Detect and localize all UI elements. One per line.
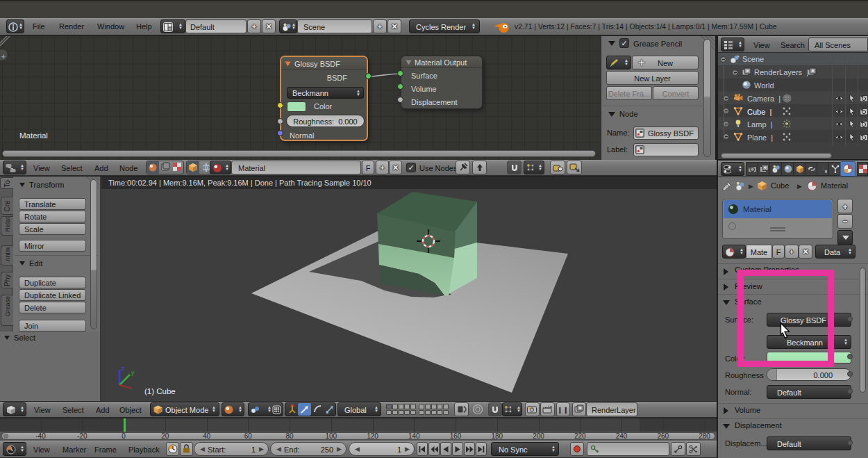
svg-text:y: y (131, 369, 135, 376)
svg-text:z: z (122, 366, 125, 372)
